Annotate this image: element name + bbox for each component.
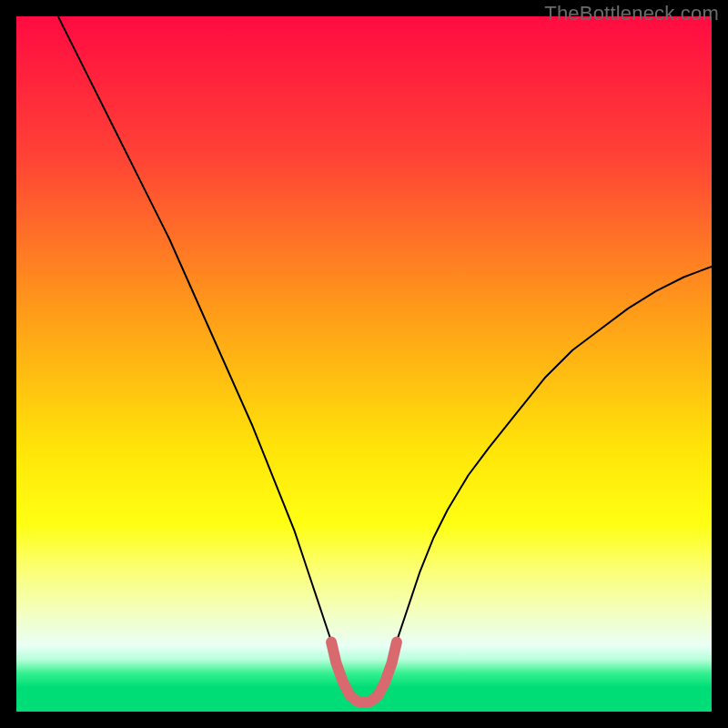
chart-frame — [16, 16, 712, 712]
watermark-text: TheBottleneck.com — [544, 2, 719, 25]
chart-background — [16, 16, 712, 712]
bottleneck-chart — [16, 16, 712, 712]
